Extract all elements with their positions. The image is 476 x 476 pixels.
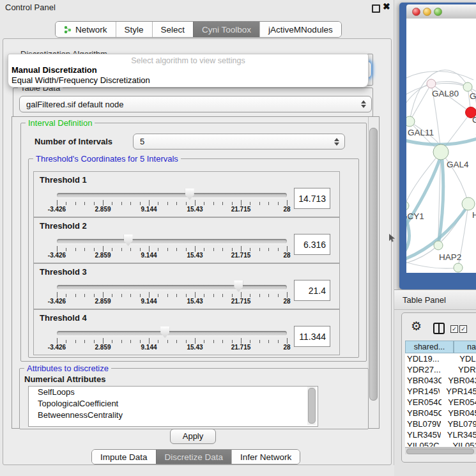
horizontal-scrollbar[interactable] — [405, 447, 476, 454]
tab-cyni-toolbox[interactable]: Cyni Toolbox — [193, 22, 259, 37]
control-panel-title: Control Panel — [5, 3, 56, 12]
horizontal-scrollbar-thumb[interactable] — [406, 449, 474, 454]
slider-handle[interactable] — [185, 188, 194, 200]
network-edge[interactable] — [406, 71, 473, 80]
checkbox-icon[interactable]: ✓ — [450, 325, 458, 333]
network-graph[interactable]: GAL80GACGAL11GAL4GCY1HHAP2 — [406, 19, 476, 273]
tab-jactivemnodules[interactable]: jActiveMNodules — [259, 22, 341, 37]
close-icon[interactable]: ✖ — [383, 1, 390, 12]
table-row[interactable]: YBR045CYBR045C — [405, 408, 476, 418]
table-row[interactable]: YLR345WYLR345W — [405, 429, 476, 440]
threshold-value-field-2[interactable] — [294, 234, 330, 255]
split-columns-icon[interactable] — [433, 323, 445, 334]
network-node-gal80[interactable] — [427, 79, 436, 88]
tick-label: 2.859 — [95, 206, 111, 213]
slider-handle[interactable] — [234, 280, 243, 292]
tick-label: 15.43 — [187, 344, 203, 351]
apply-button[interactable]: Apply — [170, 429, 216, 444]
network-node-ga[interactable] — [463, 82, 472, 91]
column-header-shared-name[interactable]: shared... — [405, 341, 454, 353]
tick — [268, 202, 269, 205]
attribute-item-topologicalcoefficient[interactable]: TopologicalCoefficient — [29, 398, 318, 410]
cell-name: YBR043C — [441, 375, 476, 386]
tab-style[interactable]: Style — [116, 22, 152, 37]
table-row[interactable]: YPR145WYPR145W — [405, 386, 476, 397]
table-row[interactable]: YBL079WYBL079W — [405, 418, 476, 429]
tick — [130, 202, 131, 205]
tick — [186, 202, 187, 205]
network-node-gcy1[interactable] — [406, 201, 409, 210]
tick — [213, 294, 214, 297]
minimize-traffic-light-icon[interactable] — [423, 8, 431, 16]
attribute-item-betweennesscentrality[interactable]: BetweennessCentrality — [29, 410, 318, 421]
tab-cyni-toolbox-label: Cyni Toolbox — [202, 25, 251, 35]
network-node-gal11[interactable] — [406, 116, 415, 127]
number-of-intervals-value: 5 — [140, 137, 144, 146]
threshold-value-field-4[interactable] — [294, 326, 330, 347]
tick — [222, 248, 223, 251]
network-node[interactable] — [454, 263, 463, 272]
table-data-select[interactable]: galFiltered.sif default node — [19, 96, 372, 112]
bottom-tab-infer-network-label: Infer Network — [240, 452, 291, 462]
table-body[interactable]: YDL19...YDL19YDR27...YDR27YBR043CYBR043C… — [405, 353, 476, 447]
checkbox-icon[interactable]: ✓ — [459, 325, 467, 333]
threshold-panel-3: Threshold 3-3.4262.8599.14415.4321.71528 — [33, 263, 340, 309]
slider-track[interactable] — [57, 193, 287, 197]
bottom-tab-infer-network[interactable]: Infer Network — [231, 450, 300, 464]
numerical-attributes-list[interactable]: SelfLoopsTopologicalCoefficientBetweenne… — [28, 386, 318, 427]
table-row[interactable]: YDL19...YDL19 — [405, 353, 476, 364]
tick — [268, 248, 269, 251]
bottom-tab-impute-data[interactable]: Impute Data — [92, 450, 156, 464]
tick — [84, 294, 85, 297]
float-window-icon[interactable] — [372, 4, 380, 13]
cell-shared-name: YBR043C — [405, 375, 441, 386]
network-canvas[interactable]: GAL80GACGAL11GAL4GCY1HHAP2 — [406, 19, 476, 273]
table-row[interactable]: YER054CYER054C — [405, 397, 476, 408]
cell-name: YBL079W — [441, 418, 476, 429]
network-edge[interactable] — [406, 83, 431, 108]
bottom-tabs: Impute DataDiscretize DataInfer Network — [91, 449, 300, 464]
popup-option-manual-discretization[interactable]: Manual Discretization — [12, 65, 97, 75]
popup-option-equal-width[interactable]: Equal Width/Frequency Discretization — [12, 75, 150, 85]
table-row[interactable]: YBR043CYBR043C — [405, 375, 476, 386]
attributes-list-scrollbar-thumb[interactable] — [308, 388, 316, 424]
column-header-name[interactable]: na — [454, 341, 476, 353]
tick — [112, 248, 112, 251]
tick — [149, 292, 150, 298]
close-traffic-light-icon[interactable] — [412, 8, 420, 16]
network-node-hap2[interactable] — [434, 241, 443, 250]
slider-handle[interactable] — [160, 326, 169, 338]
number-of-intervals-select[interactable]: 5 — [133, 134, 345, 150]
table-row[interactable]: YIL052CYIL052C — [405, 440, 476, 447]
network-node-gal4[interactable] — [433, 144, 449, 160]
network-edge[interactable] — [410, 84, 431, 121]
bottom-tab-discretize-data[interactable]: Discretize Data — [156, 450, 232, 464]
slider-track[interactable] — [57, 331, 287, 335]
network-edge-highlighted[interactable] — [406, 138, 476, 144]
network-node-h[interactable] — [462, 197, 475, 210]
tab-network[interactable]: Network — [56, 22, 116, 37]
table-panel-window: ⚙ ✓ ✓ shared... na YDL19...YDL19YDR27...… — [401, 312, 476, 463]
gear-icon[interactable]: ⚙ — [411, 319, 422, 334]
slider-handle[interactable] — [124, 234, 133, 246]
slider-track[interactable] — [57, 239, 287, 243]
network-node-label: GAL4 — [447, 160, 469, 169]
attribute-item-selfloops[interactable]: SelfLoops — [29, 387, 318, 398]
tab-select[interactable]: Select — [152, 22, 194, 37]
thresholds-group-title: Threshold's Coordinates for 5 Intervals — [33, 154, 181, 164]
table-row[interactable]: YDR27...YDR27 — [405, 364, 476, 375]
tick — [195, 338, 196, 344]
attributes-list-scrollbar[interactable] — [307, 387, 316, 425]
tick — [204, 248, 204, 251]
slider-track[interactable] — [57, 285, 287, 289]
tick-label: 9.144 — [141, 206, 157, 213]
network-window-titlebar[interactable] — [406, 4, 476, 19]
zoom-traffic-light-icon[interactable] — [434, 8, 442, 16]
vertical-scrollbar-thumb[interactable] — [369, 128, 378, 401]
tick — [130, 340, 131, 343]
threshold-value-field-3[interactable] — [294, 280, 330, 301]
tick — [103, 338, 104, 344]
network-edge[interactable] — [406, 261, 458, 268]
tick — [158, 294, 158, 297]
threshold-value-field-1[interactable] — [294, 188, 330, 209]
